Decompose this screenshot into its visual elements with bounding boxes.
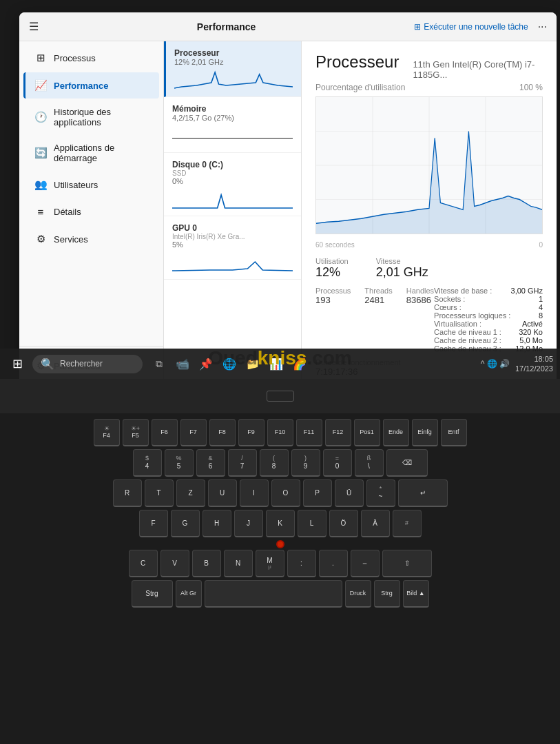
sidebar-label-demarrage: Applications de démarrage: [54, 143, 148, 163]
taskbar-icon-sticky[interactable]: 📌: [196, 354, 216, 373]
key-beta[interactable]: ß\: [355, 449, 384, 477]
key-pos1[interactable]: Pos1: [354, 419, 380, 446]
taskbar-icon-teams[interactable]: 📹: [173, 354, 192, 373]
key-o-umlaut[interactable]: Ö: [329, 510, 358, 537]
sidebar-item-demarrage[interactable]: 🔄 Applications de démarrage: [23, 136, 159, 170]
key-einfg[interactable]: Einfg: [412, 419, 438, 446]
key-m[interactable]: Mμ: [256, 550, 284, 577]
key-u-umlaut[interactable]: Ü: [335, 479, 364, 507]
trackpoint[interactable]: [276, 540, 284, 548]
taskbar-icon-taskmanager[interactable]: 📊: [267, 354, 286, 373]
detail-subtitle: 11th Gen Intel(R) Core(TM) i7-1185G...: [413, 59, 543, 80]
sidebar-item-services[interactable]: ⚙ Services: [23, 226, 159, 252]
taskbar-icon-edge[interactable]: 🌐: [220, 354, 239, 373]
key-space[interactable]: [205, 580, 342, 608]
start-button[interactable]: ⊞: [7, 353, 28, 374]
key-0[interactable]: =0: [323, 449, 352, 477]
key-f[interactable]: F: [139, 510, 168, 537]
key-u[interactable]: U: [208, 479, 237, 507]
perf-item-cpu[interactable]: Processeur 12% 2,01 GHz: [164, 41, 301, 97]
clock-time: 18:05: [515, 354, 553, 364]
key-f9[interactable]: F9: [238, 419, 265, 446]
vitesse-label: Vitesse: [376, 257, 428, 265]
sidebar-item-utilisateurs[interactable]: 👥 Utilisateurs: [23, 172, 159, 198]
key-c[interactable]: C: [129, 550, 158, 577]
key-h[interactable]: H: [203, 510, 231, 537]
cpu-name: Processeur: [174, 48, 293, 58]
key-shift-r[interactable]: ⇧: [382, 550, 432, 577]
task-manager-window: ☰ Performance ⊞ Exécuter une nouvelle tâ…: [19, 12, 557, 388]
disk-mini-graph: [172, 188, 293, 209]
key-a-umlaut[interactable]: Ä: [361, 510, 390, 537]
key-f12[interactable]: F12: [325, 419, 351, 446]
key-amp[interactable]: &6: [196, 449, 225, 477]
key-j[interactable]: J: [234, 510, 263, 537]
key-i[interactable]: I: [240, 479, 269, 507]
key-dollar[interactable]: $4: [133, 449, 162, 477]
key-hash[interactable]: #: [393, 510, 422, 537]
perf-item-disk[interactable]: Disque 0 (C:) SSD 0%: [164, 153, 301, 216]
taskbar-search[interactable]: 🔍 Rechercher: [32, 355, 143, 373]
key-z[interactable]: Z: [176, 479, 205, 507]
key-druck[interactable]: Druck: [345, 580, 371, 608]
key-r[interactable]: R: [113, 479, 142, 507]
key-star[interactable]: *~: [366, 479, 395, 507]
sidebar-item-performance[interactable]: 📈 Performance: [23, 72, 159, 99]
taskbar-icon-color[interactable]: 🌈: [290, 354, 309, 373]
key-enter[interactable]: ↵: [398, 479, 448, 507]
key-f5[interactable]: ☀+F5: [123, 419, 149, 446]
taskbar-icon-multitask[interactable]: ⧉: [149, 354, 169, 373]
sidebar-item-details[interactable]: ≡ Détails: [23, 199, 159, 225]
sidebar-item-historique[interactable]: 🕐 Historique des applications: [23, 100, 159, 134]
key-o[interactable]: O: [271, 479, 300, 507]
perf-item-memory[interactable]: Mémoire 4,2/15,7 Go (27%): [164, 97, 301, 153]
key-entf[interactable]: Entf: [441, 419, 467, 446]
perf-detail-panel: Processeur 11th Gen Intel(R) Core(TM) i7…: [302, 41, 557, 388]
key-bild[interactable]: Bild ▲: [403, 580, 429, 608]
hamburger-icon[interactable]: ☰: [29, 20, 39, 33]
cpu-chart: [315, 96, 543, 234]
services-icon: ⚙: [34, 233, 47, 245]
key-slash[interactable]: /7: [228, 449, 257, 477]
utilisation-value: 12%: [315, 265, 349, 280]
sidebar-item-processus[interactable]: ⊞ Processus: [23, 45, 159, 71]
key-f10[interactable]: F10: [267, 419, 293, 446]
taskbar-icon-explorer[interactable]: 📁: [243, 354, 262, 373]
usage-label-row: Pourcentage d'utilisation 100 %: [315, 83, 543, 92]
key-t[interactable]: T: [145, 479, 174, 507]
perf-item-gpu[interactable]: GPU 0 Intel(R) Iris(R) Xe Gra... 5%: [164, 216, 301, 280]
key-v[interactable]: V: [160, 550, 189, 577]
key-n[interactable]: N: [224, 550, 253, 577]
key-f8[interactable]: F8: [209, 419, 236, 446]
key-minus[interactable]: –: [351, 550, 380, 577]
key-9[interactable]: )9: [291, 449, 320, 477]
key-p[interactable]: P: [303, 479, 332, 507]
key-f6[interactable]: F6: [152, 419, 178, 446]
key-f4[interactable]: ☀F4: [94, 419, 120, 446]
system-tray-icons: ^ 🌐 🔊: [481, 359, 510, 369]
key-g[interactable]: G: [171, 510, 200, 537]
new-task-button[interactable]: ⊞ Exécuter une nouvelle tâche: [414, 22, 528, 32]
fingerprint-reader[interactable]: [267, 391, 294, 402]
key-period[interactable]: .: [319, 550, 348, 577]
more-options-button[interactable]: ···: [538, 21, 547, 33]
key-ende[interactable]: Ende: [383, 419, 409, 446]
historique-icon: 🕐: [34, 111, 47, 123]
gpu-detail: 5%: [172, 240, 293, 249]
taskbar-icons: ⧉ 📹 📌 🌐 📁 📊 🌈: [149, 354, 309, 373]
key-paren[interactable]: (8: [260, 449, 289, 477]
key-l[interactable]: L: [298, 510, 326, 537]
key-b[interactable]: B: [192, 550, 221, 577]
sidebar-label-processus: Processus: [54, 53, 96, 63]
key-f11[interactable]: F11: [296, 419, 322, 446]
key-ctrl-l[interactable]: Strg: [132, 580, 173, 608]
key-k[interactable]: K: [266, 510, 295, 537]
cpu-detail: 12% 2,01 GHz: [174, 58, 293, 66]
key-alt-gr[interactable]: Alt Gr: [176, 580, 202, 608]
key-ctrl-r[interactable]: Strg: [374, 580, 400, 608]
key-f7[interactable]: F7: [180, 419, 207, 446]
key-backspace[interactable]: ⌫: [386, 449, 428, 477]
key-percent[interactable]: %5: [165, 449, 194, 477]
key-comma[interactable]: :: [287, 550, 316, 577]
time-end: 0: [539, 241, 543, 249]
